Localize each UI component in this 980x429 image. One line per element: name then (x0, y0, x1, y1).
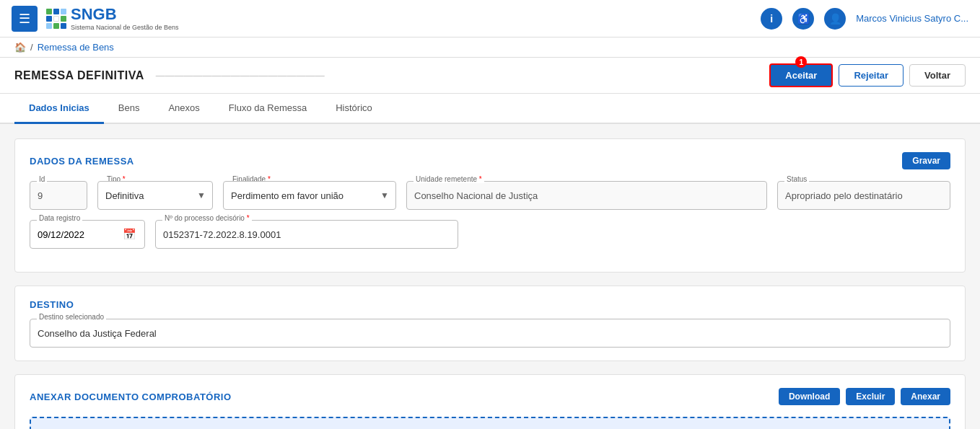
id-label: Id (37, 175, 47, 183)
processo-field-group: Nº do processo decisório (155, 220, 458, 249)
logo-cell (61, 16, 66, 22)
notification-badge: 1 (795, 56, 807, 68)
tab-historico[interactable]: Histórico (321, 94, 387, 124)
unidade-input (406, 181, 767, 210)
header-icons: i ♿ 👤 Marcos Vinicius Satyro C... (761, 8, 968, 30)
data-input (30, 224, 117, 246)
accessibility-icon[interactable]: ♿ (792, 8, 814, 30)
gravar-button[interactable]: Gravar (902, 152, 950, 169)
id-input (30, 181, 87, 210)
form-row-2: Data registro 📅 Nº do processo decisório (30, 220, 950, 249)
logo-cell (53, 23, 59, 29)
info-icon[interactable]: i (761, 8, 782, 30)
main-content: DADOS DA REMESSA Gravar Id Tipo Definiti… (0, 124, 980, 429)
title-bar-right: 1 Aceitar Rejeitar Voltar (769, 63, 966, 87)
title-bar: REMESSA DEFINITIVA —————————————————— 1 … (0, 58, 980, 94)
page-title: REMESSA DEFINITIVA (14, 69, 144, 82)
tab-anexos[interactable]: Anexos (154, 94, 214, 124)
logo-subtitle: Sistema Nacional de Gestão de Bens (71, 24, 179, 31)
tab-bens[interactable]: Bens (104, 94, 154, 124)
logo-cell (46, 23, 52, 29)
logo-cell (46, 9, 52, 14)
destino-section: DESTINO Destino selecionado (14, 286, 966, 361)
destino-field-group: Destino selecionado (30, 319, 950, 348)
breadcrumb-link[interactable]: Remessa de Bens (38, 42, 114, 53)
finalidade-select[interactable]: Perdimento em favor união (223, 181, 396, 210)
hamburger-icon: ☰ (19, 11, 30, 27)
logo-area: SNGB Sistema Nacional de Gestão de Bens (46, 6, 179, 31)
data-date-wrap: 📅 (30, 220, 145, 249)
user-avatar-icon[interactable]: 👤 (824, 8, 846, 30)
logo-grid (46, 9, 66, 29)
anexar-section: ANEXAR DOCUMENTO COMPROBATÓRIO Download … (14, 374, 966, 429)
anexar-header: ANEXAR DOCUMENTO COMPROBATÓRIO Download … (30, 388, 950, 405)
finalidade-select-wrapper: Perdimento em favor união ▼ (223, 181, 396, 210)
excluir-button[interactable]: Excluir (846, 388, 895, 405)
status-field-group: Status (777, 181, 950, 210)
unidade-label: Unidade remetente (414, 175, 484, 183)
home-icon[interactable]: 🏠 (14, 42, 26, 53)
anexar-button[interactable]: Anexar (901, 388, 950, 405)
id-field-group: Id (30, 181, 87, 210)
rejeitar-button[interactable]: Rejeitar (839, 64, 904, 87)
data-label: Data registro (37, 214, 82, 222)
title-bar-left: REMESSA DEFINITIVA —————————————————— (14, 69, 325, 82)
aceitar-button-wrapper: 1 Aceitar (769, 63, 833, 87)
tipo-select-wrapper: Definitiva ▼ (97, 181, 213, 210)
logo-cell (61, 9, 66, 14)
username-label[interactable]: Marcos Vinicius Satyro C... (856, 13, 968, 24)
logo-cell (46, 16, 52, 22)
breadcrumb: 🏠 / Remessa de Bens (0, 37, 980, 58)
header: ☰ SNGB Sistema Nacional de Gestão de Ben… (0, 0, 980, 37)
status-label: Status (784, 175, 809, 183)
dados-remessa-title: DADOS DA REMESSA (30, 156, 134, 167)
calendar-icon[interactable]: 📅 (117, 228, 142, 241)
tipo-select[interactable]: Definitiva (97, 181, 213, 210)
download-button[interactable]: Download (779, 388, 840, 405)
logo-cell (61, 23, 66, 29)
anexar-title: ANEXAR DOCUMENTO COMPROBATÓRIO (30, 392, 232, 402)
status-input (777, 181, 950, 210)
destino-header: DESTINO (30, 299, 950, 310)
logo-cell (53, 9, 59, 14)
logo-brand: SNGB (71, 6, 179, 22)
tipo-field-group: Tipo Definitiva ▼ (97, 181, 213, 210)
destino-field-label: Destino selecionado (37, 313, 106, 321)
upload-area[interactable]: ARRASTE O ARQUIVO OU CLIQUE NO BOTÃO PAR… (30, 417, 950, 429)
anexar-buttons: Download Excluir Anexar (779, 388, 950, 405)
unidade-field-group: Unidade remetente (406, 181, 767, 210)
logo-cell (53, 16, 59, 22)
data-registro-field-group: Data registro 📅 (30, 220, 145, 249)
processo-input[interactable] (155, 220, 458, 249)
logo-text-area: SNGB Sistema Nacional de Gestão de Bens (71, 6, 179, 31)
hamburger-button[interactable]: ☰ (12, 6, 38, 32)
destino-title: DESTINO (30, 299, 74, 310)
finalidade-field-group: Finalidade Perdimento em favor união ▼ (223, 181, 396, 210)
tab-fluxo-remessa[interactable]: Fluxo da Remessa (214, 94, 321, 124)
dados-remessa-header: DADOS DA REMESSA Gravar (30, 152, 950, 169)
voltar-button[interactable]: Voltar (909, 64, 966, 87)
tabs-bar: Dados Inicias Bens Anexos Fluxo da Remes… (0, 94, 980, 124)
tab-dados-iniciais[interactable]: Dados Inicias (14, 94, 104, 124)
destino-input[interactable] (30, 319, 950, 348)
processo-label: Nº do processo decisório (162, 214, 252, 222)
breadcrumb-separator: / (30, 42, 33, 53)
form-row-1: Id Tipo Definitiva ▼ Finalidade Perdime (30, 181, 950, 210)
dados-remessa-section: DADOS DA REMESSA Gravar Id Tipo Definiti… (14, 138, 966, 273)
